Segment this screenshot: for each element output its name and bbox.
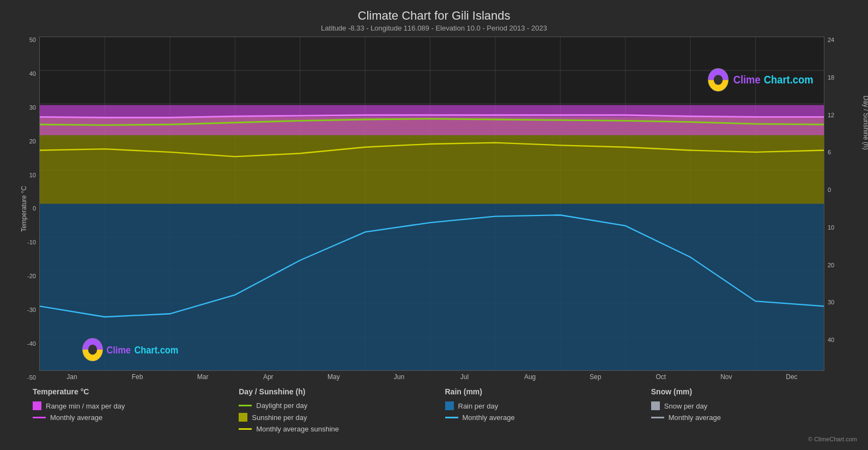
y-axis-right: Day / Sunshine (h) 24 18 12 6 0 Rain / S… [824, 37, 857, 381]
y-tick-left-9: -40 [11, 340, 36, 347]
x-tick-sep: Sep [563, 373, 628, 381]
y-tick-right-6: 6 [828, 149, 857, 155]
legend-item-temp-avg: Monthly average [33, 413, 239, 422]
legend-swatch-temp-avg [33, 417, 46, 418]
y-tick-right-30: 30 [828, 299, 857, 305]
legend-swatch-rain-avg [445, 417, 458, 418]
legend-swatch-sunshine [239, 413, 247, 422]
legend-item-snow-bars: Snow per day [651, 401, 857, 410]
legend-title-snow: Snow (mm) [651, 387, 857, 396]
x-tick-dec: Dec [759, 373, 824, 381]
y-tick-right-0-mid: 0 [828, 187, 857, 193]
chart-svg: /* rain bars rendered below as rect */ [40, 37, 824, 370]
legend-item-daylight: Daylight per day [239, 401, 445, 410]
svg-text:Chart.com: Chart.com [764, 73, 814, 86]
legend-title-temperature: Temperature °C [33, 387, 239, 396]
legend-label-sunshine-avg: Monthly average sunshine [256, 425, 339, 433]
legend-title-sunshine: Day / Sunshine (h) [239, 387, 445, 396]
legend-item-temp-range: Range min / max per day [33, 401, 239, 410]
y-tick-right-10: 10 [828, 224, 857, 231]
legend-item-sunshine-avg: Monthly average sunshine [239, 425, 445, 433]
svg-point-24 [88, 345, 97, 355]
legend-title-rain: Rain (mm) [445, 387, 651, 396]
chart-header: Climate Chart for Gili Islands Latitude … [11, 5, 857, 33]
y-tick-right-20: 20 [828, 262, 857, 268]
y-tick-left-0: 50 [11, 37, 36, 43]
legend-label-snow-avg: Monthly average [669, 413, 721, 422]
x-tick-jul: Jul [432, 373, 497, 381]
y-tick-left-1: 40 [11, 70, 36, 77]
legend-label-daylight: Daylight per day [256, 401, 307, 410]
legend-swatch-snow-avg [651, 417, 664, 418]
x-tick-jan: Jan [39, 373, 105, 381]
svg-text:Clime: Clime [733, 73, 761, 86]
svg-text:Clime: Clime [106, 344, 131, 356]
svg-text:Chart.com: Chart.com [134, 344, 178, 356]
y-axis-right-label-top: Day / Sunshine (h) [861, 95, 868, 149]
main-container: Climate Chart for Gili Islands Latitude … [0, 0, 868, 450]
chart-main: /* rain bars rendered below as rect */ [39, 37, 824, 381]
y-axis-left-label: Temperature °C [20, 185, 28, 231]
legend: Temperature °C Range min / max per day M… [11, 381, 857, 445]
legend-item-sunshine: Sunshine per day [239, 413, 445, 422]
legend-label-rain: Rain per day [458, 402, 499, 410]
legend-swatch-temp-range [33, 401, 41, 410]
y-tick-left-6: -10 [11, 239, 36, 245]
legend-swatch-daylight [239, 405, 252, 406]
x-tick-aug: Aug [497, 373, 563, 381]
x-tick-feb: Feb [105, 373, 170, 381]
copyright: © ClimeChart.com [651, 425, 857, 442]
legend-group-rain: Rain (mm) Rain per day Monthly average [445, 387, 651, 442]
legend-label-snow: Snow per day [664, 402, 708, 410]
x-axis: Jan Feb Mar Apr May Jun Jul Aug Sep Oct … [39, 371, 824, 381]
y-tick-left-4: 10 [11, 172, 36, 178]
x-tick-mar: Mar [170, 373, 235, 381]
legend-item-rain-avg: Monthly average [445, 413, 651, 422]
svg-rect-22 [40, 105, 824, 135]
legend-group-temperature: Temperature °C Range min / max per day M… [33, 387, 239, 442]
y-tick-left-7: -20 [11, 273, 36, 279]
y-tick-left-3: 20 [11, 138, 36, 145]
legend-item-snow-avg: Monthly average [651, 413, 857, 422]
legend-group-sunshine: Day / Sunshine (h) Daylight per day Suns… [239, 387, 445, 442]
svg-point-28 [714, 75, 723, 85]
legend-label-rain-avg: Monthly average [463, 413, 515, 422]
x-tick-nov: Nov [694, 373, 759, 381]
y-tick-right-24: 24 [828, 37, 857, 43]
y-tick-right-18: 18 [828, 74, 857, 81]
y-axis-left: Temperature °C 50 40 30 20 10 0 -10 -20 … [11, 37, 39, 381]
legend-item-rain-bars: Rain per day [445, 401, 651, 410]
legend-swatch-sunshine-avg [239, 428, 252, 430]
y-tick-right-40: 40 [828, 337, 857, 343]
legend-swatch-rain [445, 401, 454, 410]
y-tick-left-8: -30 [11, 307, 36, 313]
legend-label-temp-range: Range min / max per day [46, 402, 125, 410]
chart-area: Temperature °C 50 40 30 20 10 0 -10 -20 … [11, 37, 857, 381]
legend-label-sunshine: Sunshine per day [252, 413, 307, 422]
chart-subtitle: Latitude -8.33 - Longitude 116.089 - Ele… [11, 24, 857, 32]
chart-title: Climate Chart for Gili Islands [11, 9, 857, 23]
x-tick-oct: Oct [628, 373, 694, 381]
legend-label-temp-avg: Monthly average [50, 413, 102, 422]
x-tick-apr: Apr [235, 373, 301, 381]
plot-area: /* rain bars rendered below as rect */ [39, 37, 824, 371]
x-tick-may: May [301, 373, 366, 381]
y-tick-left-10: -50 [11, 374, 36, 381]
legend-group-snow: Snow (mm) Snow per day Monthly average ©… [651, 387, 857, 442]
legend-swatch-snow [651, 401, 660, 410]
y-tick-left-2: 30 [11, 104, 36, 111]
y-tick-right-12: 12 [828, 112, 857, 118]
x-tick-jun: Jun [366, 373, 432, 381]
